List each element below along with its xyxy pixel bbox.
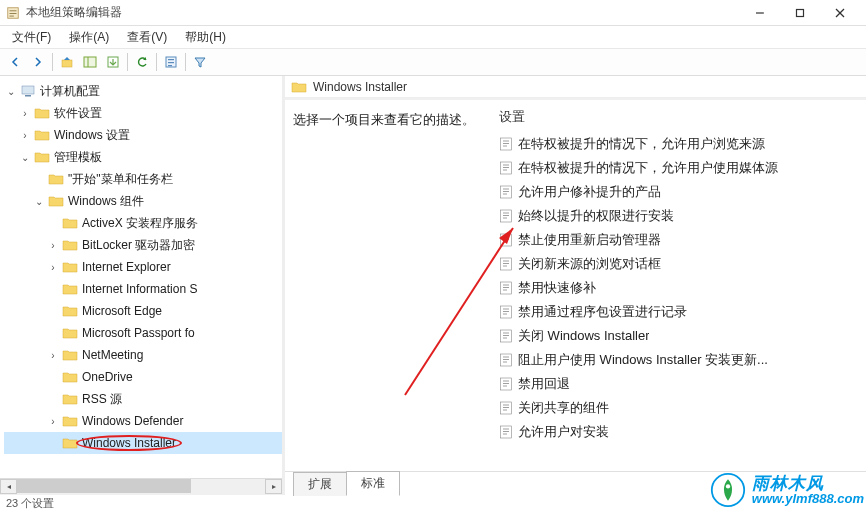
- tree-windows-installer[interactable]: Windows Installer: [4, 432, 282, 454]
- scroll-right-button[interactable]: ▸: [265, 479, 282, 494]
- tree-windows-components[interactable]: ⌄ Windows 组件: [4, 190, 282, 212]
- policy-icon: [499, 305, 513, 319]
- tree-passport[interactable]: Microsoft Passport fo: [4, 322, 282, 344]
- expand-toggle[interactable]: ⌄: [4, 84, 18, 98]
- svg-rect-66: [501, 426, 512, 438]
- back-button[interactable]: [4, 51, 26, 73]
- column-header-setting[interactable]: 设置: [495, 106, 866, 128]
- show-hide-tree-button[interactable]: [79, 51, 101, 73]
- tree-onedrive[interactable]: OneDrive: [4, 366, 282, 388]
- menu-action[interactable]: 操作(A): [61, 27, 117, 48]
- setting-item[interactable]: 允许用户修补提升的产品: [495, 180, 866, 204]
- scroll-thumb[interactable]: [17, 479, 191, 493]
- policy-icon: [499, 209, 513, 223]
- maximize-button[interactable]: [780, 2, 820, 24]
- expand-toggle[interactable]: ›: [46, 414, 60, 428]
- expand-toggle[interactable]: ›: [46, 260, 60, 274]
- tree-windows-settings[interactable]: › Windows 设置: [4, 124, 282, 146]
- folder-icon: [291, 80, 307, 94]
- scroll-track[interactable]: [17, 479, 265, 495]
- setting-item[interactable]: 禁止使用重新启动管理器: [495, 228, 866, 252]
- setting-label: 允许用户修补提升的产品: [518, 183, 661, 201]
- setting-item[interactable]: 禁用快速修补: [495, 276, 866, 300]
- watermark-cn: 雨林木风: [752, 475, 864, 492]
- scroll-left-button[interactable]: ◂: [0, 479, 17, 494]
- tree-activex[interactable]: ActiveX 安装程序服务: [4, 212, 282, 234]
- export-button[interactable]: [102, 51, 124, 73]
- svg-rect-3: [10, 15, 14, 16]
- tree-netmeeting[interactable]: ›NetMeeting: [4, 344, 282, 366]
- setting-item[interactable]: 关闭 Windows Installer: [495, 324, 866, 348]
- toolbar-separator: [156, 53, 157, 71]
- setting-item[interactable]: 关闭新来源的浏览对话框: [495, 252, 866, 276]
- tree[interactable]: ⌄ 计算机配置 › 软件设置 › Windows 设置 ⌄ 管理模板: [0, 76, 282, 478]
- tab-extended[interactable]: 扩展: [293, 472, 347, 496]
- filter-button[interactable]: [189, 51, 211, 73]
- policy-icon: [499, 257, 513, 271]
- expand-toggle[interactable]: ›: [18, 128, 32, 142]
- window-title: 本地组策略编辑器: [26, 4, 740, 21]
- menu-file[interactable]: 文件(F): [4, 27, 59, 48]
- svg-rect-13: [168, 59, 174, 60]
- up-button[interactable]: [56, 51, 78, 73]
- watermark: 雨林木风 www.ylmf888.com: [710, 472, 864, 508]
- setting-item[interactable]: 允许用户对安装: [495, 420, 866, 444]
- folder-icon: [48, 193, 64, 209]
- policy-icon: [499, 161, 513, 175]
- setting-item[interactable]: 在特权被提升的情况下，允许用户浏览来源: [495, 132, 866, 156]
- setting-item[interactable]: 阻止用户使用 Windows Installer 安装更新...: [495, 348, 866, 372]
- horizontal-scrollbar[interactable]: ◂ ▸: [0, 478, 282, 495]
- svg-rect-2: [10, 13, 17, 14]
- tree-defender[interactable]: ›Windows Defender: [4, 410, 282, 432]
- tree-start-menu[interactable]: "开始"菜单和任务栏: [4, 168, 282, 190]
- expand-toggle[interactable]: ⌄: [18, 150, 32, 164]
- tree-label: Internet Information S: [82, 282, 197, 296]
- expand-toggle[interactable]: ⌄: [32, 194, 46, 208]
- setting-item[interactable]: 禁用通过程序包设置进行记录: [495, 300, 866, 324]
- tree-label: Windows Defender: [82, 414, 183, 428]
- menu-view[interactable]: 查看(V): [119, 27, 175, 48]
- settings-list[interactable]: 设置 在特权被提升的情况下，允许用户浏览来源在特权被提升的情况下，允许用户使用媒…: [495, 100, 866, 471]
- properties-button[interactable]: [160, 51, 182, 73]
- tree-label: Internet Explorer: [82, 260, 171, 274]
- titlebar: 本地组策略编辑器: [0, 0, 866, 26]
- setting-label: 禁用快速修补: [518, 279, 596, 297]
- svg-rect-26: [501, 186, 512, 198]
- folder-icon: [34, 149, 50, 165]
- expand-toggle[interactable]: ›: [18, 106, 32, 120]
- policy-icon: [499, 425, 513, 439]
- tree-bitlocker[interactable]: ›BitLocker 驱动器加密: [4, 234, 282, 256]
- app-icon: [6, 6, 20, 20]
- refresh-button[interactable]: [131, 51, 153, 73]
- tree-iis[interactable]: Internet Information S: [4, 278, 282, 300]
- setting-item[interactable]: 关闭共享的组件: [495, 396, 866, 420]
- setting-item[interactable]: 禁用回退: [495, 372, 866, 396]
- svg-rect-5: [797, 9, 804, 16]
- setting-item[interactable]: 在特权被提升的情况下，允许用户使用媒体源: [495, 156, 866, 180]
- tree-label: Microsoft Passport fo: [82, 326, 195, 340]
- setting-item[interactable]: 始终以提升的权限进行安装: [495, 204, 866, 228]
- svg-point-73: [726, 484, 730, 488]
- expand-toggle[interactable]: ›: [46, 238, 60, 252]
- menu-help[interactable]: 帮助(H): [177, 27, 234, 48]
- setting-label: 允许用户对安装: [518, 423, 609, 441]
- expand-toggle[interactable]: ›: [46, 348, 60, 362]
- close-button[interactable]: [820, 2, 860, 24]
- content-header: Windows Installer: [285, 76, 866, 98]
- svg-rect-17: [25, 95, 31, 97]
- svg-rect-38: [501, 258, 512, 270]
- svg-rect-14: [168, 62, 174, 63]
- tree-ie[interactable]: ›Internet Explorer: [4, 256, 282, 278]
- tree-label: 计算机配置: [40, 83, 100, 100]
- tree-label: ActiveX 安装程序服务: [82, 215, 198, 232]
- tree-root[interactable]: ⌄ 计算机配置: [4, 80, 282, 102]
- tab-standard[interactable]: 标准: [346, 471, 400, 496]
- setting-label: 关闭 Windows Installer: [518, 327, 649, 345]
- folder-icon: [62, 215, 78, 231]
- tree-edge[interactable]: Microsoft Edge: [4, 300, 282, 322]
- tree-admin-templates[interactable]: ⌄ 管理模板: [4, 146, 282, 168]
- tree-rss[interactable]: RSS 源: [4, 388, 282, 410]
- tree-software-settings[interactable]: › 软件设置: [4, 102, 282, 124]
- forward-button[interactable]: [27, 51, 49, 73]
- minimize-button[interactable]: [740, 2, 780, 24]
